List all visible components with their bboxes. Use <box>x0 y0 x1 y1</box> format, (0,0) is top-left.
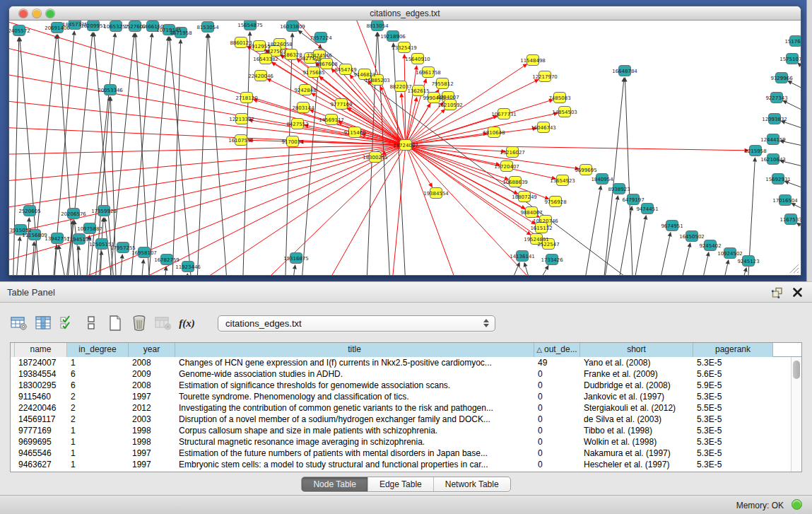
float-window-icon[interactable] <box>772 287 784 298</box>
table-panel: Table Panel <box>0 281 812 495</box>
graph-node-label: 18724007 <box>393 143 418 148</box>
column-header-title[interactable]: title <box>175 343 534 357</box>
table-body: 1872400712008Changes of HCN gene express… <box>11 357 791 472</box>
table-cell: Tibbo et al. (1998) <box>580 425 693 436</box>
toggle-columns-icon[interactable] <box>34 315 52 332</box>
table-row[interactable]: 946362711997Embryonic stem cells: a mode… <box>11 459 791 470</box>
graph-node-label: 8427552 <box>286 122 308 127</box>
tab-node-table[interactable]: Node Table <box>302 477 368 491</box>
tab-network-table[interactable]: Network Table <box>434 477 510 491</box>
citation-network-graph[interactable]: 1872400718300295886012389129551822605898… <box>9 21 801 275</box>
table-cell: 2003 <box>129 414 175 425</box>
column-header-year[interactable]: year <box>129 343 175 357</box>
table-select-value: citations_edges.txt <box>218 318 302 329</box>
window-titlebar[interactable]: citations_edges.txt <box>9 6 801 21</box>
table-cell: 1 <box>67 357 129 368</box>
select-rows-icon[interactable] <box>58 315 76 332</box>
graph-node-label: 9242848 <box>294 88 316 93</box>
table-row[interactable]: 977716911998Corpus callosum shape and si… <box>11 425 791 436</box>
column-header-name[interactable]: name <box>15 343 67 357</box>
table-cell: 0 <box>534 380 580 391</box>
column-header-pagerank[interactable]: pagerank <box>693 343 773 357</box>
resize-grip-icon[interactable] <box>788 262 799 274</box>
table-cell: 18300295 <box>15 380 67 391</box>
table-cell: Embryonic stem cells: a model to study s… <box>175 459 534 470</box>
graph-node-label: 13325419 <box>392 45 417 51</box>
graph-node-label: 12213392 <box>229 117 254 122</box>
table-cell: 2008 <box>129 357 175 368</box>
network-canvas[interactable]: 1872400718300295886012389129551822605898… <box>9 21 801 275</box>
graph-node-label: 1615132 <box>530 226 552 231</box>
table-cell: Yano et al. (2008) <box>580 357 693 368</box>
table-row[interactable]: 1872400712008Changes of HCN gene express… <box>11 357 791 368</box>
graph-node-label: 14854503 <box>552 110 577 115</box>
table-settings-icon[interactable] <box>10 315 28 332</box>
vertical-scrollbar[interactable] <box>791 357 801 472</box>
table-cell: 18724007 <box>15 357 67 368</box>
graph-node-label: 14569117 <box>319 117 344 123</box>
graph-node-label: 16033809 <box>280 24 305 30</box>
table-panel-title: Table Panel <box>7 287 55 298</box>
scrollbar-thumb[interactable] <box>793 361 800 379</box>
graph-node-label: 18807249 <box>512 194 537 200</box>
table-cell: 49 <box>534 357 580 368</box>
graph-node-label: 4671958 <box>170 30 192 36</box>
table-cell: 9463627 <box>15 459 67 470</box>
network-view-window: citations_edges.txt 18724007183002958860… <box>8 6 801 276</box>
graph-node-label: 14136141 <box>510 254 535 259</box>
graph-node-label: 16107554 <box>228 138 254 144</box>
table-cell: 5.9E-5 <box>693 380 773 391</box>
table-cell: Franke et al. (2009) <box>580 368 693 380</box>
column-header-out-de-[interactable]: △out_de... <box>534 343 580 357</box>
table-row[interactable]: 1938455462009Genome-wide association stu… <box>11 368 791 380</box>
graph-node-label: 18300295 <box>363 155 388 160</box>
graph-node-label: 9699695 <box>575 168 596 173</box>
graph-node-label: 9674951 <box>661 223 683 229</box>
graph-node-label: 6479197 <box>622 197 644 203</box>
table-cell: 2 <box>67 391 129 402</box>
graph-node-label: 1517602 <box>784 39 801 45</box>
graph-node-label: 9245123 <box>737 259 759 264</box>
graph-node-label: 17016504 <box>772 198 798 204</box>
graph-node-label: 6794007 <box>437 95 459 100</box>
graph-node-label: 1733426 <box>541 257 563 263</box>
graph-node-label: 9115460 <box>343 130 365 136</box>
graph-node-label: 15316875 <box>283 256 309 262</box>
row-height-icon[interactable] <box>82 315 100 332</box>
close-panel-icon[interactable] <box>792 287 803 298</box>
table-cell: 0 <box>534 402 580 414</box>
table-row[interactable]: 2242004622012Investigating the contribut… <box>11 402 791 414</box>
tab-edge-table[interactable]: Edge Table <box>368 477 434 491</box>
new-table-icon[interactable] <box>106 315 124 332</box>
memory-status-label: Memory: OK <box>736 501 784 510</box>
table-panel-header: Table Panel <box>0 281 812 303</box>
table-row[interactable]: 911546021997Tourette syndrome. Phenomeno… <box>11 391 791 402</box>
graph-node-label: 9245402 <box>699 243 721 249</box>
table-cell: 1997 <box>129 448 175 459</box>
graph-node-label: 16958107 <box>131 250 157 256</box>
graph-node-label: 12474546 <box>307 53 332 59</box>
table-cell: Structural magnetic resonance image aver… <box>175 436 534 448</box>
graph-node-label: 1362615 <box>407 88 429 94</box>
table-cell: Disruption of a novel member of a sodium… <box>175 414 534 425</box>
table-row[interactable]: 946554611997Estimation of the future num… <box>11 448 791 459</box>
graph-node-label: 1810648 <box>483 130 505 136</box>
graph-node-label: 16209951 <box>81 23 106 29</box>
graph-node-label: 10924502 <box>717 251 743 257</box>
table-row[interactable]: 969969511998Structural magnetic resonanc… <box>11 436 791 448</box>
memory-ok-indicator[interactable] <box>792 499 802 510</box>
column-header-short[interactable]: short <box>580 343 693 357</box>
table-cell: 1998 <box>129 425 175 436</box>
graph-node-label: 11945194 <box>66 237 92 243</box>
table-row[interactable]: 1830029562008Estimation of significance … <box>11 380 791 391</box>
table-select-dropdown[interactable]: citations_edges.txt <box>218 315 495 332</box>
graph-node-label: 19384554 <box>423 191 449 197</box>
graph-node-label: 17359928 <box>91 209 117 214</box>
delete-table-icon[interactable] <box>130 315 148 332</box>
graph-node-label: 2405572 <box>9 28 30 34</box>
column-header-in-degree[interactable]: in_degree <box>67 343 129 357</box>
background-panel-edge <box>806 0 812 281</box>
table-row[interactable]: 1456911722003Disruption of a novel membe… <box>11 414 791 425</box>
table-header-row: namein_degreeyeartitle△out_de...shortpag… <box>11 343 801 357</box>
function-builder-icon[interactable]: f(x) <box>178 315 196 332</box>
